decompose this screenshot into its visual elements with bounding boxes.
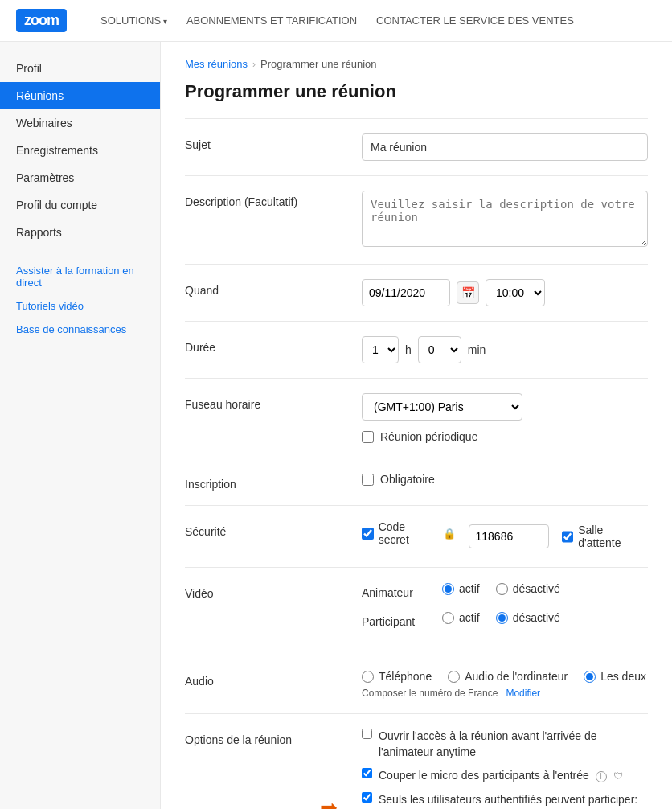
label-video: Vidéo: [185, 582, 362, 600]
option-label-1[interactable]: Couper le micro des participants à l'ent…: [379, 768, 623, 784]
label-participant-actif[interactable]: actif: [459, 611, 480, 624]
shield-icon-1: 🛡: [613, 770, 623, 782]
label-periodique[interactable]: Réunion périodique: [380, 430, 477, 443]
option-label-2[interactable]: Seuls les utilisateurs authentifiés peuv…: [379, 792, 648, 809]
main-content: Mes réunions › Programmer une réunion Pr…: [161, 42, 672, 809]
fuseau-select[interactable]: (GMT+1:00) Paris (GMT+0:00) London: [362, 393, 522, 421]
arrow-indicator: ➡: [320, 795, 338, 809]
section-description: Description (Facultatif): [185, 175, 648, 264]
content-options: Ouvrir l'accès à la réunion avant l'arri…: [362, 729, 648, 809]
label-animateur-actif[interactable]: actif: [459, 582, 480, 595]
duree-h-select[interactable]: 1 2 3: [362, 336, 399, 363]
animateur-radio-group: actif désactivé: [442, 582, 560, 595]
radio-animateur-desactive[interactable]: [496, 583, 508, 595]
lock-icon: 🔒: [443, 528, 456, 540]
options-list: Ouvrir l'accès à la réunion avant l'arri…: [362, 729, 648, 809]
sidebar-link-base[interactable]: Base de connaissances: [0, 318, 160, 341]
section-securite: Sécurité Code secret 🔒 Salle d'attente: [185, 505, 648, 567]
sidebar-link-formation[interactable]: Assister à la formation en direct: [0, 259, 160, 294]
label-sujet: Sujet: [185, 133, 362, 151]
time-select[interactable]: 10:00 10:30 11:00: [486, 279, 545, 306]
checkbox-option-0[interactable]: [362, 729, 372, 739]
sidebar-item-enregistrements[interactable]: Enregistrements: [0, 137, 160, 164]
section-duree: Durée 1 2 3 h 0 15 30 45 min: [185, 321, 648, 378]
sujet-input[interactable]: [362, 133, 648, 161]
content-quand: 📅 10:00 10:30 11:00: [362, 279, 648, 306]
breadcrumb-separator: ›: [252, 59, 256, 70]
animateur-desactive-row: désactivé: [496, 582, 560, 595]
main-layout: Profil Réunions Webinaires Enregistremen…: [0, 42, 672, 809]
nav-links: SOLUTIONS ABONNEMENTS ET TARIFICATION CO…: [100, 14, 574, 27]
salle-attente-row: Salle d'attente: [562, 524, 648, 549]
animateur-label: Animateur: [362, 586, 442, 599]
label-audio-ordinateur[interactable]: Audio de l'ordinateur: [465, 670, 568, 683]
sidebar-item-reunions[interactable]: Réunions: [0, 82, 160, 109]
sidebar-item-rapports[interactable]: Rapports: [0, 219, 160, 246]
label-salle-attente[interactable]: Salle d'attente: [578, 524, 648, 549]
participant-actif-row: actif: [442, 611, 480, 624]
content-video: Animateur actif désactivé Participant: [362, 582, 648, 640]
datetime-row: 📅 10:00 10:30 11:00: [362, 279, 648, 306]
sidebar-item-profil[interactable]: Profil: [0, 55, 160, 82]
checkbox-salle-attente[interactable]: [562, 531, 574, 543]
label-inscription: Inscription: [185, 473, 362, 491]
label-securite: Sécurité: [185, 520, 362, 538]
participant-desactive-row: désactivé: [496, 611, 560, 624]
sidebar-item-parametres[interactable]: Paramètres: [0, 164, 160, 191]
label-duree: Durée: [185, 336, 362, 354]
option-row-0: Ouvrir l'accès à la réunion avant l'arri…: [362, 729, 648, 760]
checkbox-periodique-row: Réunion périodique: [362, 430, 648, 443]
radio-audio-ordinateur[interactable]: [448, 671, 460, 683]
radio-audio-les-deux[interactable]: [584, 671, 596, 683]
content-audio: Téléphone Audio de l'ordinateur Les deux…: [362, 670, 648, 699]
label-audio-telephone[interactable]: Téléphone: [379, 670, 432, 683]
label-audio-les-deux[interactable]: Les deux: [600, 670, 646, 683]
radio-participant-actif[interactable]: [442, 612, 454, 624]
radio-participant-desactive[interactable]: [496, 612, 508, 624]
radio-animateur-actif[interactable]: [442, 583, 454, 595]
radio-audio-telephone[interactable]: [362, 671, 374, 683]
content-securite: Code secret 🔒 Salle d'attente: [362, 520, 648, 552]
section-quand: Quand 📅 10:00 10:30 11:00: [185, 264, 648, 321]
checkbox-obligatoire[interactable]: [362, 474, 374, 486]
date-input[interactable]: [362, 279, 450, 306]
content-description: [362, 191, 648, 249]
content-duree: 1 2 3 h 0 15 30 45 min: [362, 336, 648, 363]
checkbox-option-2[interactable]: [362, 792, 372, 803]
checkbox-code-secret[interactable]: [362, 528, 374, 540]
audio-les-deux-row: Les deux: [584, 670, 646, 683]
section-sujet: Sujet: [185, 118, 648, 175]
label-options: Options de la réunion: [185, 729, 362, 746]
label-fuseau: Fuseau horaire: [185, 393, 362, 411]
animateur-actif-row: actif: [442, 582, 480, 595]
sidebar: Profil Réunions Webinaires Enregistremen…: [0, 42, 161, 809]
label-code-secret[interactable]: Code secret: [379, 520, 438, 546]
logo[interactable]: zoom: [16, 9, 67, 32]
nav-solutions[interactable]: SOLUTIONS: [100, 14, 167, 27]
section-inscription: Inscription Obligatoire: [185, 458, 648, 505]
checkbox-option-1[interactable]: [362, 768, 372, 778]
sidebar-link-tutoriels[interactable]: Tutoriels vidéo: [0, 294, 160, 318]
duree-min-select[interactable]: 0 15 30 45: [418, 336, 461, 363]
duration-row: 1 2 3 h 0 15 30 45 min: [362, 336, 648, 363]
nav-contact[interactable]: CONTACTER LE SERVICE DES VENTES: [376, 14, 574, 27]
sidebar-item-webinaires[interactable]: Webinaires: [0, 109, 160, 137]
code-secret-input[interactable]: [469, 524, 549, 548]
calendar-icon[interactable]: 📅: [457, 281, 479, 304]
checkbox-periodique[interactable]: [362, 431, 374, 443]
sidebar-item-profil-compte[interactable]: Profil du compte: [0, 191, 160, 219]
audio-note: Composer le numéro de France Modifier: [362, 688, 648, 699]
label-obligatoire[interactable]: Obligatoire: [380, 473, 435, 486]
content-fuseau: (GMT+1:00) Paris (GMT+0:00) London Réuni…: [362, 393, 648, 443]
audio-radio-group: Téléphone Audio de l'ordinateur Les deux: [362, 670, 648, 683]
description-input[interactable]: [362, 191, 648, 247]
composer-note-text: Composer le numéro de France: [362, 688, 498, 699]
label-participant-desactive[interactable]: désactivé: [513, 611, 560, 624]
audio-ordinateur-row: Audio de l'ordinateur: [448, 670, 568, 683]
nav-abonnements[interactable]: ABONNEMENTS ET TARIFICATION: [186, 14, 357, 27]
modifier-link[interactable]: Modifier: [506, 688, 540, 699]
breadcrumb-link[interactable]: Mes réunions: [185, 58, 248, 70]
label-animateur-desactive[interactable]: désactivé: [513, 582, 560, 595]
info-icon-1[interactable]: i: [596, 771, 607, 782]
option-label-0[interactable]: Ouvrir l'accès à la réunion avant l'arri…: [379, 729, 648, 760]
